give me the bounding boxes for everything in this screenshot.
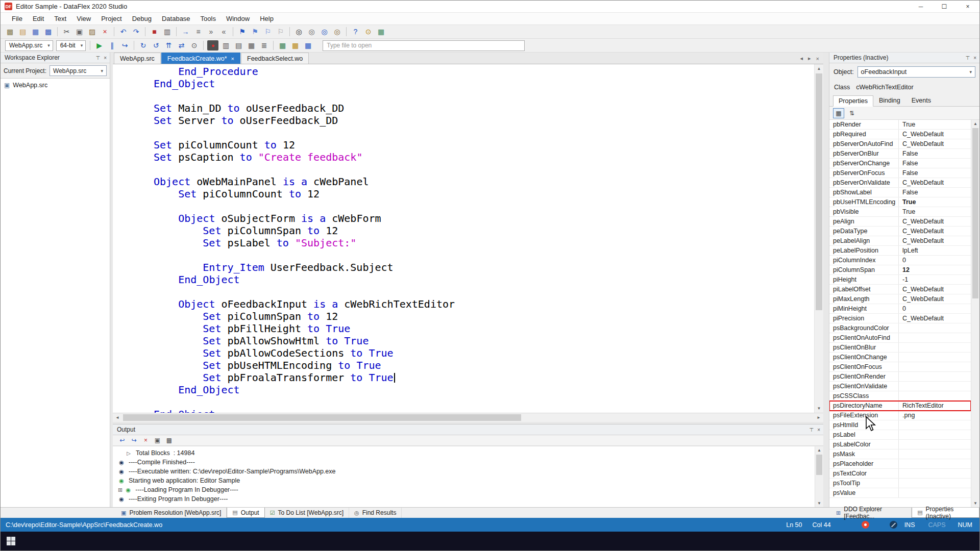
code-line[interactable]: Set Server to oUserFeedback_DD: [154, 114, 814, 127]
scroll-right-icon[interactable]: ►: [814, 415, 823, 420]
property-row-psclientonautofind[interactable]: psClientOnAutoFind: [829, 333, 971, 343]
copy-all-output-icon[interactable]: ▩: [164, 437, 175, 444]
pause-icon[interactable]: ∥: [106, 40, 118, 52]
code-line[interactable]: Entry_Item UserFeedback.Subject: [154, 261, 814, 273]
breakpoint-icon[interactable]: ●: [207, 40, 218, 51]
pin-icon[interactable]: ⊤: [965, 55, 970, 61]
code-line[interactable]: Set pbAllowCodeSections to True: [154, 347, 814, 359]
redo-icon[interactable]: ↷: [130, 26, 142, 38]
watch-window-icon[interactable]: ▤: [232, 40, 245, 52]
history-icon[interactable]: ⊙: [362, 26, 375, 38]
open-workspace-icon[interactable]: ▤: [16, 26, 29, 38]
scroll-down-icon[interactable]: ▼: [815, 499, 823, 507]
table-viewer-icon[interactable]: ▦: [276, 40, 289, 52]
tab-feedbackselect-wo[interactable]: FeedbackSelect.wo: [241, 53, 309, 64]
close-tab-icon[interactable]: ×: [231, 56, 234, 62]
code-line[interactable]: [154, 163, 814, 176]
code-line[interactable]: [154, 127, 814, 139]
property-row-piheight[interactable]: piHeight-1: [829, 275, 971, 285]
tree-item-webapp-src[interactable]: ▣ WebApp.src: [4, 82, 106, 89]
code-line[interactable]: Set psCaption to "Create feedback": [154, 151, 814, 163]
code-line[interactable]: End_Object: [154, 78, 814, 90]
editor-horizontal-scrollbar[interactable]: ◄ ►: [113, 413, 823, 422]
property-row-psvalue[interactable]: psValue: [829, 488, 971, 498]
properties-tab-properties[interactable]: Properties: [833, 95, 873, 107]
right-splitter[interactable]: [823, 53, 829, 507]
property-row-psdirectoryname[interactable]: psDirectoryNameRichTextEditor: [829, 401, 971, 411]
property-row-pscssclass[interactable]: psCSSClass: [829, 391, 971, 401]
scroll-up-icon[interactable]: ▲: [971, 120, 979, 128]
code-line[interactable]: End_Procedure: [154, 65, 814, 78]
property-row-psplaceholder[interactable]: psPlaceholder: [829, 459, 971, 469]
property-row-pealign[interactable]: peAlignC_WebDefault: [829, 217, 971, 227]
property-row-pbserveronblur[interactable]: pbServerOnBlurFalse: [829, 149, 971, 159]
property-row-picolumnspan[interactable]: piColumnSpan12: [829, 265, 971, 275]
print-icon[interactable]: ▥: [161, 26, 174, 38]
scrollbar-thumb[interactable]: [972, 128, 978, 298]
scroll-tabs-left-icon[interactable]: ◂: [800, 55, 803, 62]
property-row-piminheight[interactable]: piMinHeight0: [829, 304, 971, 314]
copy-output-icon[interactable]: ▣: [152, 437, 163, 444]
scroll-left-icon[interactable]: ◄: [113, 415, 122, 420]
expand-icon[interactable]: ⊞: [118, 487, 122, 493]
scroll-up-icon[interactable]: ▲: [815, 64, 823, 73]
code-line[interactable]: Set pbFillHeight to True: [154, 322, 814, 335]
compile-icon[interactable]: ↻: [137, 40, 150, 52]
save-all-icon[interactable]: ▩: [42, 26, 55, 38]
architecture-select[interactable]: 64-bit ▾: [56, 40, 86, 51]
undo-icon[interactable]: ↶: [117, 26, 130, 38]
scroll-down-icon[interactable]: ▼: [815, 404, 823, 413]
property-row-pbrender[interactable]: pbRenderTrue: [829, 120, 971, 130]
property-row-psclientonchange[interactable]: psClientOnChange: [829, 353, 971, 362]
property-row-pstextcolor[interactable]: psTextColor: [829, 469, 971, 479]
property-row-psbackgroundcolor[interactable]: psBackgroundColor: [829, 323, 971, 333]
scrollbar-thumb[interactable]: [816, 73, 822, 310]
object-select[interactable]: oFeedbackInput ▾: [857, 66, 975, 78]
property-row-pbserveronautofind[interactable]: pbServerOnAutoFindC_WebDefault: [829, 139, 971, 149]
minimize-button[interactable]: ─: [909, 1, 933, 12]
code-line[interactable]: [154, 90, 814, 102]
property-row-pilabeloffset[interactable]: piLabelOffsetC_WebDefault: [829, 285, 971, 294]
property-row-pshtmlid[interactable]: psHtmlId: [829, 420, 971, 430]
delete-icon[interactable]: ×: [99, 26, 111, 38]
property-row-pslabelcolor[interactable]: psLabelColor: [829, 440, 971, 449]
property-row-pstooltip[interactable]: psToolTip: [829, 479, 971, 488]
code-line[interactable]: [154, 249, 814, 261]
sync-sources-icon[interactable]: ⇄: [175, 40, 188, 52]
menu-help[interactable]: Help: [255, 13, 279, 24]
property-row-pbserveronchange[interactable]: pbServerOnChangeFalse: [829, 159, 971, 168]
run-icon[interactable]: ▶: [93, 40, 106, 52]
code-line[interactable]: Object oSubjectForm is a cWebForm: [154, 212, 814, 224]
toggle-bookmark-icon[interactable]: ⚑: [236, 26, 249, 38]
code-line[interactable]: Set piColumnSpan to 12: [154, 224, 814, 237]
clear-bookmarks-icon[interactable]: ⚐: [274, 26, 287, 38]
locals-window-icon[interactable]: ▦: [245, 40, 258, 52]
property-row-pbusehtmlencoding[interactable]: pbUseHTMLEncodingTrue: [829, 197, 971, 207]
menu-file[interactable]: File: [7, 13, 28, 24]
grid-icon[interactable]: ▦: [375, 26, 387, 38]
property-row-pbshowlabel[interactable]: pbShowLabelFalse: [829, 188, 971, 197]
stop-debug-icon[interactable]: ■: [148, 26, 161, 38]
property-row-pelabelalign[interactable]: peLabelAlignC_WebDefault: [829, 236, 971, 246]
close-panel-icon[interactable]: ×: [973, 55, 976, 61]
panel-tab-properties-inactive[interactable]: ▤Properties (Inactive): [912, 508, 979, 518]
property-row-piprecision[interactable]: piPrecisionC_WebDefault: [829, 314, 971, 323]
menu-edit[interactable]: Edit: [28, 13, 49, 24]
code-line[interactable]: Set piColumnCount to 12: [154, 139, 814, 151]
project-select[interactable]: WebApp.src ▾: [5, 40, 53, 51]
goto-icon[interactable]: →: [179, 26, 192, 38]
code-line[interactable]: Set piColumnCount to 12: [154, 188, 814, 200]
call-stack-icon[interactable]: ≣: [258, 40, 271, 52]
code-line[interactable]: End_Object: [154, 408, 814, 413]
code-line[interactable]: [154, 286, 814, 298]
property-row-pbrequired[interactable]: pbRequiredC_WebDefault: [829, 130, 971, 139]
code-line[interactable]: End_Object: [154, 273, 814, 286]
panel-tab-problem-resolution-webapp-src[interactable]: ▣Problem Resolution [WebApp.src]: [116, 508, 227, 518]
code-line[interactable]: Set pbFroalaTransformer to True: [154, 371, 814, 384]
outdent-icon[interactable]: «: [217, 26, 230, 38]
tab-webapp-src[interactable]: WebApp.src: [114, 53, 161, 64]
property-row-pedatatype[interactable]: peDataTypeC_WebDefault: [829, 227, 971, 236]
menu-view[interactable]: View: [71, 13, 96, 24]
dock-output-icon[interactable]: ↩: [117, 437, 128, 444]
undock-output-icon[interactable]: ↪: [129, 437, 139, 444]
